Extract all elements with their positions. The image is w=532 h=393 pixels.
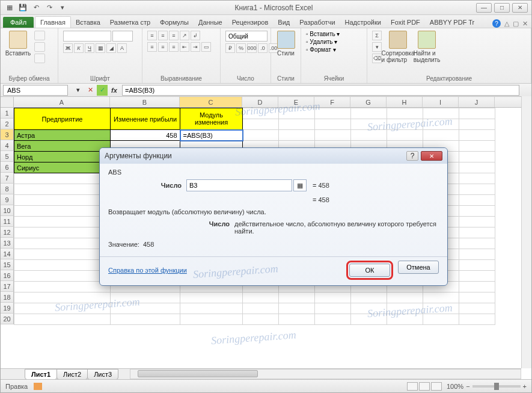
cell-A13[interactable] <box>14 238 111 249</box>
cell-J17[interactable] <box>459 282 495 292</box>
col-header-D[interactable]: D <box>242 97 278 107</box>
cell-J4[interactable] <box>459 141 495 152</box>
cell-D2[interactable] <box>243 119 279 130</box>
row-headers[interactable]: 1234567891011121314151617181920 <box>1 108 14 325</box>
cell-J16[interactable] <box>459 271 495 282</box>
close-button[interactable]: ✕ <box>512 3 528 13</box>
sheet-tab-3[interactable]: Лист3 <box>87 369 118 380</box>
cell-J1[interactable] <box>459 108 495 119</box>
comma[interactable]: 000 <box>247 43 257 53</box>
tab-view[interactable]: Вид <box>273 17 295 28</box>
cell-A10[interactable] <box>14 206 111 217</box>
cell-G3[interactable] <box>351 130 387 141</box>
cell-J10[interactable] <box>459 206 495 217</box>
cell-F2[interactable] <box>315 119 351 130</box>
row-header-5[interactable]: 5 <box>1 151 14 162</box>
row-header-20[interactable]: 20 <box>1 314 14 324</box>
row-header-2[interactable]: 2 <box>1 119 14 129</box>
currency[interactable]: ₽ <box>225 43 235 53</box>
file-tab[interactable]: Файл <box>3 17 34 28</box>
row-header-14[interactable]: 14 <box>1 249 14 259</box>
align-top[interactable]: ≡ <box>147 31 157 40</box>
row-header-4[interactable]: 4 <box>1 140 14 151</box>
dialog-close-button[interactable]: ✕ <box>421 151 442 161</box>
cell-C18[interactable] <box>180 292 243 303</box>
cut-icon[interactable] <box>34 31 45 40</box>
cell-E20[interactable] <box>279 314 315 325</box>
name-box[interactable]: ABS <box>3 85 68 96</box>
autosum[interactable]: Σ <box>372 31 382 40</box>
find-select-button[interactable]: Найти и выделить <box>414 31 439 63</box>
horizontal-scrollbar[interactable] <box>130 369 521 379</box>
accept-formula-icon[interactable]: ✓ <box>97 85 108 96</box>
sort-filter-button[interactable]: Сортировка и фильтр <box>385 31 411 63</box>
row-header-1[interactable]: 1 <box>1 108 14 119</box>
tab-developer[interactable]: Разработчи <box>295 17 340 28</box>
view-normal-button[interactable] <box>407 382 418 391</box>
cell-A1[interactable]: Предприятие <box>14 108 111 130</box>
sheet-tab-2[interactable]: Лист2 <box>57 369 88 380</box>
cell-J19[interactable] <box>459 303 495 314</box>
view-break-button[interactable] <box>431 382 442 391</box>
row-header-17[interactable]: 17 <box>1 281 14 292</box>
cell-A12[interactable] <box>14 227 111 238</box>
row-header-8[interactable]: 8 <box>1 184 14 194</box>
font-name-combo[interactable] <box>63 31 111 42</box>
row-header-9[interactable]: 9 <box>1 194 14 205</box>
tab-addins[interactable]: Надстройки <box>340 17 386 28</box>
dec-inc[interactable]: .0 <box>258 43 268 53</box>
ok-button[interactable]: ОК <box>349 264 390 277</box>
sheet-tab-1[interactable]: Лист1 <box>25 369 57 380</box>
indent-dec[interactable]: ⇤ <box>180 42 189 52</box>
align-right[interactable]: ≡ <box>169 42 179 52</box>
cell-E1[interactable] <box>279 108 315 119</box>
column-headers[interactable]: ABCDEFGHIJ <box>14 97 531 108</box>
col-header-I[interactable]: I <box>423 97 459 107</box>
underline-button[interactable]: Ч <box>85 43 94 53</box>
tab-formulas[interactable]: Формулы <box>155 17 194 28</box>
cell-G18[interactable] <box>351 292 387 303</box>
cell-C1[interactable]: Модуль изменения <box>180 108 243 130</box>
cell-A11[interactable] <box>14 217 111 227</box>
row-header-18[interactable]: 18 <box>1 292 14 303</box>
cell-H3[interactable] <box>387 130 423 141</box>
maximize-button[interactable]: □ <box>494 3 510 13</box>
col-header-H[interactable]: H <box>387 97 423 107</box>
cell-A16[interactable] <box>14 271 111 282</box>
select-all-corner[interactable] <box>1 97 14 108</box>
col-header-E[interactable]: E <box>278 97 314 107</box>
row-header-13[interactable]: 13 <box>1 238 14 249</box>
tab-data[interactable]: Данные <box>194 17 227 28</box>
bold-button[interactable]: Ж <box>63 43 73 53</box>
cell-A5[interactable]: Норд <box>14 152 111 162</box>
italic-button[interactable]: К <box>74 43 84 53</box>
cell-J18[interactable] <box>459 292 495 303</box>
cell-G2[interactable] <box>351 119 387 130</box>
redo-icon[interactable]: ↷ <box>44 2 55 13</box>
row-header-15[interactable]: 15 <box>1 259 14 270</box>
minimize-button[interactable]: — <box>476 3 492 13</box>
cell-E19[interactable] <box>279 303 315 314</box>
paste-button[interactable]: Вставить <box>5 31 31 57</box>
cell-B1[interactable]: Изменение прибыли <box>111 108 180 130</box>
cell-F18[interactable] <box>315 292 351 303</box>
cell-I18[interactable] <box>423 292 459 303</box>
tab-foxit[interactable]: Foxit PDF <box>386 17 425 28</box>
row-header-3[interactable]: 3 <box>1 129 14 140</box>
fx-icon[interactable]: fx <box>109 85 120 96</box>
row-header-12[interactable]: 12 <box>1 227 14 238</box>
cell-H19[interactable] <box>387 303 423 314</box>
format-painter-icon[interactable] <box>34 54 45 63</box>
tab-abbyy[interactable]: ABBYY PDF Tr <box>425 17 479 28</box>
cell-J12[interactable] <box>459 227 495 238</box>
cell-E18[interactable] <box>279 292 315 303</box>
row-header-16[interactable]: 16 <box>1 270 14 281</box>
border-button[interactable]: ▦ <box>96 43 105 53</box>
styles-button[interactable]: Стили <box>276 31 296 57</box>
cell-G1[interactable] <box>351 108 387 119</box>
cell-C20[interactable] <box>180 314 243 325</box>
cell-J11[interactable] <box>459 217 495 227</box>
cell-E2[interactable] <box>279 119 315 130</box>
cancel-button[interactable]: Отмена <box>398 261 439 274</box>
cell-J20[interactable] <box>459 314 495 325</box>
